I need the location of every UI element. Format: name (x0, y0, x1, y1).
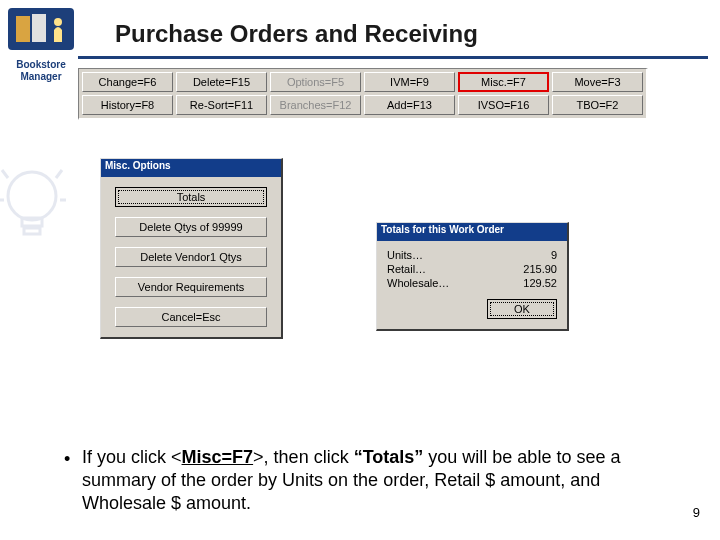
bullet-text-2: >, then click (253, 447, 354, 467)
toolbar-button-history-f8[interactable]: History=F8 (82, 95, 173, 115)
totals-row-label: Units… (387, 249, 423, 261)
toolbar-button-re-sort-f11[interactable]: Re-Sort=F11 (176, 95, 267, 115)
logo-text-line2: Manager (6, 71, 76, 82)
background-lightbulb-icon (0, 160, 66, 260)
slide-title: Purchase Orders and Receiving (115, 20, 478, 48)
toolbar-button-delete-f15[interactable]: Delete=F15 (176, 72, 267, 92)
svg-rect-2 (16, 16, 30, 42)
totals-row-value: 9 (507, 249, 557, 261)
totals-row-wholesale: Wholesale…129.52 (387, 277, 557, 289)
bullet-quoted: “Totals” (354, 447, 424, 467)
toolbar-button-ivso-f16[interactable]: IVSO=F16 (458, 95, 549, 115)
page-number: 9 (693, 505, 700, 520)
misc-button-totals[interactable]: Totals (115, 187, 267, 207)
toolbar-button-options-f5[interactable]: Options=F5 (270, 72, 361, 92)
misc-button-cancel-esc[interactable]: Cancel=Esc (115, 307, 267, 327)
svg-point-0 (8, 172, 56, 220)
svg-point-4 (54, 18, 62, 26)
totals-row-units: Units…9 (387, 249, 557, 261)
po-toolbar: Change=F6Delete=F15Options=F5IVM=F9Misc.… (78, 68, 648, 120)
misc-button-delete-qtys-of-99999[interactable]: Delete Qtys of 99999 (115, 217, 267, 237)
bullet-shortcut: Misc=F7 (182, 447, 254, 467)
svg-rect-3 (32, 14, 46, 42)
toolbar-button-add-f13[interactable]: Add=F13 (364, 95, 455, 115)
totals-window-titlebar: Totals for this Work Order (377, 223, 567, 241)
toolbar-button-ivm-f9[interactable]: IVM=F9 (364, 72, 455, 92)
misc-button-vendor-requirements[interactable]: Vendor Requirements (115, 277, 267, 297)
totals-row-value: 129.52 (507, 277, 557, 289)
logo-text-line1: Bookstore (16, 59, 65, 70)
toolbar-button-move-f3[interactable]: Move=F3 (552, 72, 643, 92)
misc-options-window: Misc. Options TotalsDelete Qtys of 99999… (100, 158, 283, 339)
misc-button-delete-vendor1-qtys[interactable]: Delete Vendor1 Qtys (115, 247, 267, 267)
totals-row-label: Retail… (387, 263, 426, 275)
totals-window: Totals for this Work Order Units…9Retail… (376, 222, 569, 331)
totals-ok-button[interactable]: OK (487, 299, 557, 319)
bullet-marker: • (64, 448, 70, 471)
totals-row-retail: Retail…215.90 (387, 263, 557, 275)
toolbar-button-change-f6[interactable]: Change=F6 (82, 72, 173, 92)
misc-options-titlebar: Misc. Options (101, 159, 281, 177)
bullet-text-1: If you click < (82, 447, 182, 467)
slide-bullet: • If you click <Misc=F7>, then click “To… (82, 446, 682, 515)
toolbar-button-misc-f7[interactable]: Misc.=F7 (458, 72, 549, 92)
toolbar-button-tbo-f2[interactable]: TBO=F2 (552, 95, 643, 115)
totals-row-value: 215.90 (507, 263, 557, 275)
logo-icon (6, 6, 76, 52)
totals-row-label: Wholesale… (387, 277, 449, 289)
title-divider (78, 56, 708, 59)
toolbar-button-branches-f12[interactable]: Branches=F12 (270, 95, 361, 115)
bookstore-manager-logo: Bookstore Manager (6, 6, 76, 80)
